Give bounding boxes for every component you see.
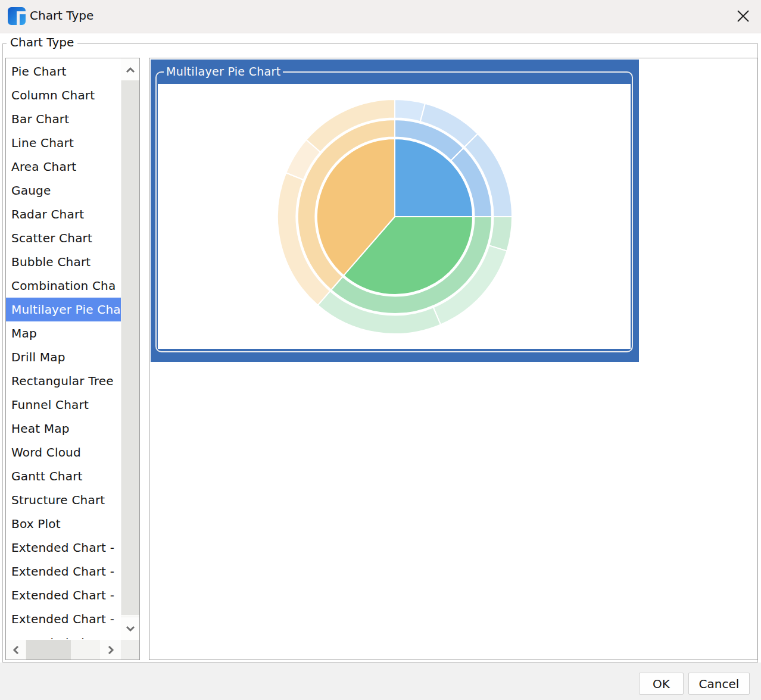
chart-type-item[interactable]: Line Chart <box>6 131 121 155</box>
chart-type-item[interactable]: Word Cloud <box>6 440 121 464</box>
preview-panel: Multilayer Pie Chart <box>151 60 639 362</box>
preview-legend: Multilayer Pie Chart <box>164 65 283 78</box>
horizontal-scroll-thumb[interactable] <box>26 640 71 660</box>
preview-canvas <box>158 84 631 349</box>
chart-type-item[interactable]: Heat Map <box>6 417 121 440</box>
chart-type-item[interactable]: Bubble Chart <box>6 250 121 274</box>
chart-type-groupbox: Chart Type Pie ChartColumn ChartBar Char… <box>2 43 758 662</box>
pie-segment-outer-green <box>489 217 512 251</box>
titlebar: Chart Type <box>0 0 761 33</box>
chart-type-item[interactable]: Combination Cha <box>6 274 121 298</box>
chart-type-item[interactable]: Structure Chart <box>6 488 121 512</box>
chart-type-item[interactable]: Gantt Chart <box>6 464 121 488</box>
scroll-right-button[interactable] <box>100 640 121 660</box>
finereport-logo-icon <box>8 7 26 26</box>
chart-type-item[interactable]: Map <box>6 321 121 345</box>
chart-type-item[interactable]: Bar Chart <box>6 107 121 131</box>
vertical-scroll-thumb[interactable] <box>121 80 139 615</box>
multilayer-pie-svg <box>158 84 631 349</box>
chart-type-list: Pie ChartColumn ChartBar ChartLine Chart… <box>6 60 121 639</box>
footer-bar: OK Cancel <box>0 662 761 700</box>
preview-groupbox: Multilayer Pie Chart <box>155 71 633 352</box>
cancel-button[interactable]: Cancel <box>688 673 750 695</box>
groupbox-legend: Chart Type <box>7 35 77 49</box>
chevron-down-icon <box>124 625 136 632</box>
ok-button[interactable]: OK <box>639 673 684 695</box>
close-button[interactable] <box>730 4 756 29</box>
close-icon <box>736 9 750 23</box>
horizontal-scrollbar[interactable] <box>6 640 121 660</box>
scroll-up-button[interactable] <box>121 58 139 81</box>
chart-type-list-panel: Pie ChartColumn ChartBar ChartLine Chart… <box>5 58 140 660</box>
chart-type-item[interactable]: Rectangular Tree <box>6 369 121 393</box>
chevron-up-icon <box>124 66 136 73</box>
chart-type-item[interactable]: Multilayer Pie Cha <box>6 298 121 321</box>
chart-type-item[interactable]: Extended Chart - <box>6 536 121 560</box>
chart-type-item[interactable]: Funnel Chart <box>6 393 121 417</box>
chart-type-item[interactable]: Box Plot <box>6 512 121 536</box>
scroll-down-button[interactable] <box>121 617 139 640</box>
chart-type-item[interactable]: Pie Chart <box>6 60 121 83</box>
preview-region: Multilayer Pie Chart <box>149 58 758 660</box>
chevron-left-icon <box>13 644 20 656</box>
chart-type-item[interactable]: Extended Chart - <box>6 583 121 607</box>
chevron-right-icon <box>107 644 114 656</box>
chart-type-item[interactable]: Extended Chart - <box>6 560 121 583</box>
chart-type-item[interactable]: Column Chart <box>6 83 121 107</box>
chart-type-item[interactable]: Area Chart <box>6 155 121 179</box>
chart-type-item[interactable]: Extended Chart - <box>6 607 121 631</box>
chart-type-item[interactable]: Drill Map <box>6 345 121 369</box>
window-title: Chart Type <box>30 8 93 23</box>
chart-type-item[interactable]: Gauge <box>6 179 121 202</box>
chart-type-item[interactable]: Extended Chart - <box>6 631 121 639</box>
scrollbar-corner <box>121 640 139 660</box>
scroll-left-button[interactable] <box>6 640 26 660</box>
vertical-scrollbar[interactable] <box>121 58 139 640</box>
chart-type-item[interactable]: Radar Chart <box>6 202 121 226</box>
chart-type-item[interactable]: Scatter Chart <box>6 226 121 250</box>
